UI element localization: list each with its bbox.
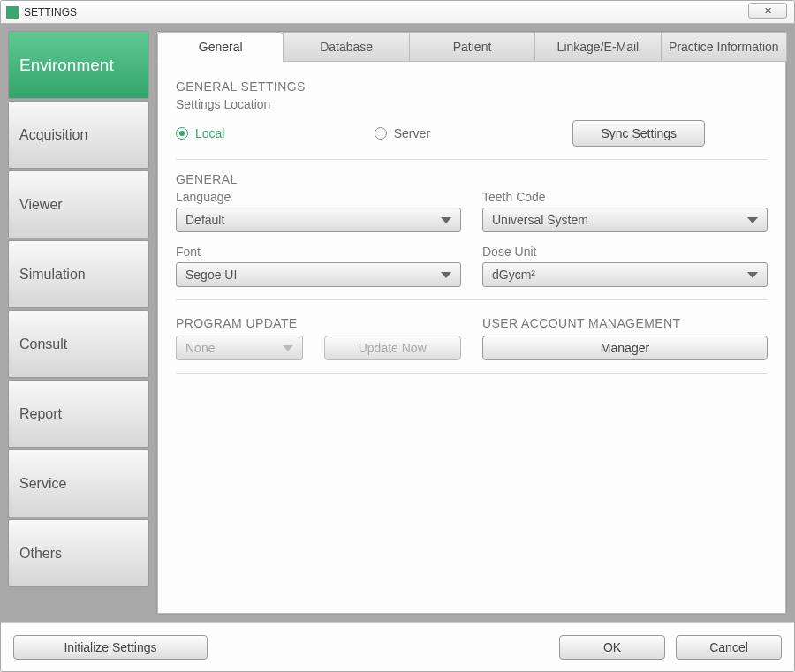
dose-unit-label: Dose Unit: [482, 245, 768, 259]
radio-dot-icon: [176, 127, 188, 140]
program-update-heading: PROGRAM UPDATE: [176, 316, 461, 330]
divider: [176, 373, 768, 374]
tab-database[interactable]: Database: [283, 32, 409, 62]
teeth-code-value: Universal System: [492, 213, 588, 227]
sidebar-item-acquisition[interactable]: Acquisition: [8, 101, 149, 169]
user-account-management-heading: USER ACCOUNT MANAGEMENT: [482, 316, 768, 330]
content-panel: General Database Patient Linkage/E-Mail …: [156, 31, 787, 615]
sidebar-item-consult[interactable]: Consult: [8, 310, 149, 378]
program-update-select[interactable]: None: [176, 336, 303, 360]
radio-local[interactable]: Local: [176, 126, 353, 140]
teeth-code-select[interactable]: Universal System: [482, 208, 768, 232]
sidebar-item-environment[interactable]: Environment: [8, 31, 149, 99]
language-select[interactable]: Default: [176, 208, 461, 232]
tab-bar: General Database Patient Linkage/E-Mail …: [157, 32, 786, 62]
footer: Initialize Settings OK Cancel: [1, 622, 794, 671]
tab-linkage-email[interactable]: Linkage/E-Mail: [534, 32, 661, 62]
chevron-down-icon: [441, 272, 451, 278]
teeth-code-label: Teeth Code: [482, 190, 768, 204]
divider: [176, 299, 768, 300]
language-value: Default: [186, 213, 224, 227]
window-title: SETTINGS: [24, 6, 77, 19]
tab-body: GENERAL SETTINGS Settings Location Local…: [157, 62, 786, 614]
sidebar-item-report[interactable]: Report: [8, 380, 149, 448]
radio-server[interactable]: Server: [375, 126, 552, 140]
close-button[interactable]: ✕: [748, 3, 787, 19]
radio-dot-icon: [375, 127, 387, 140]
font-select[interactable]: Segoe UI: [176, 262, 461, 287]
tab-patient[interactable]: Patient: [409, 32, 535, 62]
chevron-down-icon: [747, 272, 758, 278]
chevron-down-icon: [283, 345, 293, 351]
cancel-button[interactable]: Cancel: [676, 635, 782, 660]
general-heading: GENERAL: [176, 172, 768, 186]
radio-server-label: Server: [394, 126, 430, 140]
general-settings-heading: GENERAL SETTINGS: [176, 79, 768, 94]
radio-local-label: Local: [195, 126, 224, 140]
tab-practice-information[interactable]: Practice Information: [661, 32, 787, 62]
manager-button[interactable]: Manager: [482, 336, 768, 360]
sync-settings-button[interactable]: Sync Settings: [572, 120, 705, 147]
tab-general[interactable]: General: [157, 32, 284, 62]
chevron-down-icon: [441, 217, 451, 223]
titlebar: SETTINGS ✕: [1, 1, 794, 24]
sidebar-item-simulation[interactable]: Simulation: [8, 240, 149, 308]
dose-unit-value: dGycm²: [492, 268, 535, 282]
ok-button[interactable]: OK: [559, 635, 665, 660]
program-update-value: None: [186, 341, 215, 355]
sidebar-item-service[interactable]: Service: [8, 449, 149, 517]
update-now-button[interactable]: Update Now: [324, 336, 462, 360]
dose-unit-select[interactable]: dGycm²: [482, 262, 768, 287]
font-label: Font: [176, 245, 461, 259]
close-icon: ✕: [764, 5, 772, 17]
app-icon: [6, 6, 19, 19]
chevron-down-icon: [747, 217, 758, 223]
sidebar-item-viewer[interactable]: Viewer: [8, 170, 149, 238]
body: Environment Acquisition Viewer Simulatio…: [1, 24, 794, 622]
settings-location-label: Settings Location: [176, 97, 768, 111]
divider: [176, 159, 768, 160]
sidebar-item-others[interactable]: Others: [8, 519, 149, 587]
settings-window: SETTINGS ✕ Environment Acquisition Viewe…: [0, 0, 795, 672]
sidebar: Environment Acquisition Viewer Simulatio…: [8, 31, 149, 615]
initialize-settings-button[interactable]: Initialize Settings: [13, 635, 208, 660]
language-label: Language: [176, 190, 461, 204]
font-value: Segoe UI: [186, 268, 237, 282]
